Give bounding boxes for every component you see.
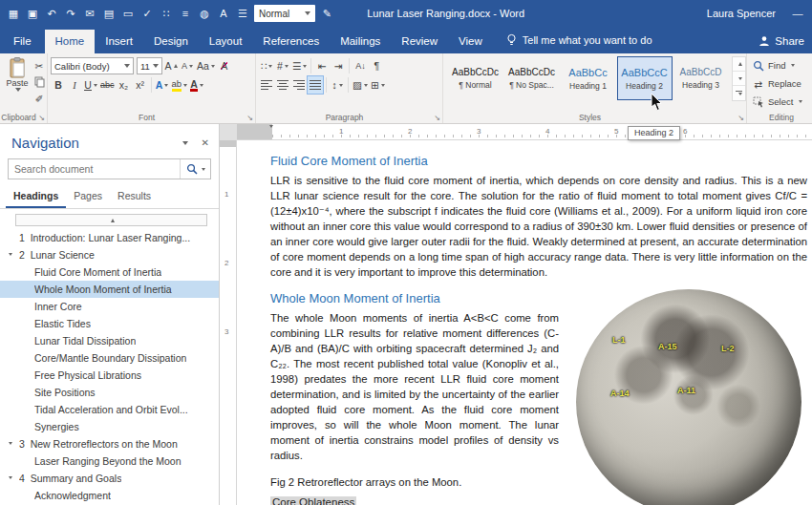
tab-home[interactable]: Home (45, 30, 96, 53)
jump-to-top-control[interactable] (15, 214, 207, 226)
doc-heading-core-oblateness[interactable]: Core Oblateness (270, 496, 356, 505)
nav-heading-acknowledgment[interactable]: Acknowledgment (0, 487, 219, 504)
multilevel-list-button[interactable]: ☰ (291, 57, 308, 74)
align-left-button[interactable] (259, 76, 274, 94)
styles-more-button[interactable] (733, 86, 745, 100)
clear-formatting-button[interactable]: A (217, 57, 232, 74)
tab-references[interactable]: References (252, 30, 330, 53)
increase-indent-button[interactable]: ⇥ (331, 57, 346, 74)
user-name[interactable]: Laura Spencer (707, 8, 776, 19)
app-grid-icon[interactable]: ▦ (6, 5, 21, 22)
minimize-icon[interactable]: — (789, 8, 806, 19)
tab-design[interactable]: Design (143, 30, 199, 53)
font-color-button[interactable]: A (189, 76, 204, 94)
vertical-ruler[interactable]: 1 2 3 (220, 140, 237, 505)
find-button[interactable]: Find (753, 57, 812, 74)
cut-button[interactable]: ✂ (32, 57, 47, 74)
nav-heading-lunar-science[interactable]: 2 Lunar Science (0, 246, 219, 263)
superscript-button[interactable]: x² (133, 76, 148, 94)
doc-heading-fluid-core[interactable]: Fluid Core Moment of Inertia (270, 154, 807, 168)
strikethrough-button[interactable]: abc (99, 76, 116, 94)
font-icon[interactable]: A (216, 5, 231, 22)
text-effects-button[interactable]: A (155, 76, 170, 94)
bullets-icon[interactable]: ∷ (159, 5, 174, 22)
nav-heading-tidal-acceleration[interactable]: Tidal Acceleration and Orbit Evol... (0, 401, 219, 418)
nav-tab-headings[interactable]: Headings (6, 186, 66, 208)
horizontal-ruler[interactable]: 1 2 3 4 5 6 (237, 124, 812, 140)
tab-layout[interactable]: Layout (199, 30, 253, 53)
font-name-combo[interactable]: Calibri (Body) (51, 57, 134, 74)
indent-marker[interactable] (269, 125, 273, 128)
doc-paragraph-fluid-core[interactable]: LLR is sensitive to the fluid core momen… (270, 173, 807, 280)
styles-scroll-down-button[interactable] (733, 72, 745, 86)
decrease-indent-button[interactable]: ⇤ (314, 57, 330, 74)
nav-heading-summary[interactable]: 4 Summary and Goals (0, 470, 219, 487)
change-case-button[interactable]: Aa (196, 57, 216, 74)
collapse-triangle-icon[interactable] (9, 476, 12, 479)
show-paragraph-marks-button[interactable]: ¶ (369, 57, 384, 74)
nav-heading-inner-core[interactable]: Inner Core (0, 298, 219, 315)
replace-button[interactable]: ⇄ Replace (753, 75, 812, 92)
sort-button[interactable]: A↓ (353, 57, 368, 74)
style-heading-1[interactable]: AaBbCc Heading 1 (561, 56, 616, 100)
style-no-spacing[interactable]: AaBbCcDc ¶ No Spac... (504, 56, 560, 100)
font-size-combo[interactable]: 11 (137, 57, 162, 74)
style-heading-2[interactable]: AaBbCcC Heading 2 (617, 56, 673, 100)
style-normal[interactable]: AaBbCcDc ¶ Normal (448, 56, 503, 100)
style-quick-dropdown[interactable]: Normal (254, 5, 315, 22)
nav-heading-introduction[interactable]: 1 Introduction: Lunar Laser Ranging... (0, 229, 219, 246)
mail-icon[interactable]: ✉ (82, 5, 97, 22)
line-spacing-button[interactable]: ↕ (330, 76, 345, 94)
bullet-list-button[interactable]: ∷ (259, 57, 274, 74)
collapse-triangle-icon[interactable] (9, 253, 12, 256)
dialog-launcher-icon[interactable]: ↘ (246, 114, 253, 122)
list-icon[interactable]: ☰ (235, 5, 250, 22)
pane-close-icon[interactable]: ✕ (202, 137, 209, 148)
pen-icon[interactable]: ✎ (319, 5, 334, 22)
table-icon[interactable]: ▤ (101, 5, 117, 22)
numbering-icon[interactable]: ≡ (178, 5, 193, 22)
tab-insert[interactable]: Insert (95, 30, 143, 53)
select-button[interactable]: Select (753, 94, 812, 110)
tab-mailings[interactable]: Mailings (330, 30, 391, 53)
dialog-launcher-icon[interactable]: ↘ (737, 114, 744, 122)
align-center-button[interactable] (275, 76, 290, 94)
underline-button[interactable]: U (83, 76, 98, 94)
shrink-font-button[interactable]: A (180, 57, 195, 74)
save-icon[interactable]: ▣ (25, 5, 40, 22)
copy-button[interactable] (34, 76, 45, 88)
nav-heading-fluid-core[interactable]: Fluid Core Moment of Inertia (0, 263, 219, 281)
style-heading-3[interactable]: AaBbCcD Heading 3 (673, 56, 729, 100)
dialog-launcher-icon[interactable]: ↘ (38, 114, 45, 122)
subscript-button[interactable]: x₂ (117, 76, 132, 94)
format-painter-button[interactable]: ✐ (32, 90, 47, 107)
nav-heading-laser-ranging-beyond[interactable]: Laser Ranging Beyond the Moon (0, 452, 219, 470)
nav-heading-site-positions[interactable]: Site Positions (0, 384, 219, 401)
tab-view[interactable]: View (448, 30, 493, 53)
grow-font-button[interactable]: A (163, 57, 179, 74)
spellcheck-icon[interactable]: ✓ (139, 5, 155, 22)
nav-heading-elastic-tides[interactable]: Elastic Tides (0, 315, 219, 332)
numbered-list-button[interactable]: # (275, 57, 290, 74)
nav-tab-pages[interactable]: Pages (66, 186, 110, 208)
paste-button[interactable]: Paste (3, 57, 32, 92)
redo-icon[interactable]: ↷ (63, 5, 78, 22)
figure-moon-image[interactable]: L-1 A-15 L-2 A-14 A-11 (570, 287, 807, 505)
shading-button[interactable]: ▨ (352, 76, 369, 94)
tab-file[interactable]: File (0, 30, 45, 53)
search-button[interactable] (180, 159, 210, 179)
undo-icon[interactable]: ↶ (44, 5, 59, 22)
search-input[interactable] (9, 163, 180, 175)
justify-button[interactable] (308, 76, 323, 94)
nav-heading-core-mantle[interactable]: Core/Mantle Boundary Dissipation (0, 349, 219, 367)
collapse-triangle-icon[interactable] (9, 442, 12, 445)
share-button[interactable]: Share (751, 35, 812, 53)
nav-tab-results[interactable]: Results (110, 186, 159, 208)
globe-icon[interactable]: ◍ (197, 5, 212, 22)
nav-heading-whole-moon[interactable]: Whole Moon Moment of Inertia (0, 281, 219, 298)
tab-review[interactable]: Review (391, 30, 448, 53)
pane-options-chevron-icon[interactable] (182, 141, 188, 145)
document-page[interactable]: Fluid Core Moment of Inertia LLR is sens… (237, 140, 812, 505)
nav-heading-synergies[interactable]: Synergies (0, 418, 219, 435)
bold-button[interactable]: B (51, 76, 66, 94)
